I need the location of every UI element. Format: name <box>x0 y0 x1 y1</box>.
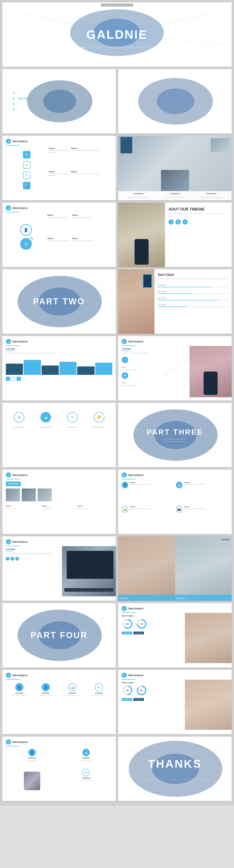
side-photo <box>185 613 232 663</box>
phone-device <box>134 239 149 265</box>
data-title: Data Analysic <box>12 674 28 677</box>
mini-icon: ■ <box>11 377 16 381</box>
data-title: Data Analysic <box>12 340 28 343</box>
options-2x2: 👤 Options Lorem ipsum dolor sit amet con… <box>118 479 232 531</box>
svg-point-11 <box>43 90 76 113</box>
dart-desc: Lorem ipsum dolor sit amet consectetur a… <box>158 278 228 280</box>
circle: 🔑 <box>94 412 104 423</box>
slide-customer-circles: ◎ Data Analysic 👤 Customer Lorem ipsum d… <box>2 670 116 734</box>
donut-content: Data Analysic 60% <box>118 613 185 663</box>
cust-label: Customer <box>28 757 36 759</box>
bar-label: Web Analysic <box>158 297 166 299</box>
customer-card: 👤 Customer Lorem ipsum dolor sit amet <box>36 683 55 696</box>
bar-track <box>158 287 228 287</box>
circle-item: 🔑 Customer Lorem ipsum dolor sit <box>94 412 105 428</box>
list-item: 1 Part One <box>13 91 29 95</box>
content-layout: Left Image Lorem ipsum dolor sit amet co… <box>118 346 232 397</box>
data-title: Data Analysic <box>12 140 28 143</box>
customer-name: Customer <box>69 692 76 694</box>
part-one-title: PART ONE <box>153 97 197 106</box>
slide-devices: Customers Lorem ipsum dolor sit amet con… <box>118 136 232 200</box>
bar <box>42 366 59 375</box>
bar-fill <box>158 287 211 287</box>
dart-bars: Web Analysic Web Analysic Web Analysic <box>158 282 228 307</box>
customers-bar: Customers Lorem ipsum dolor sit amet con… <box>118 191 232 200</box>
phone-overlay <box>204 372 217 395</box>
option-item: Options Lorem ipsum dolor sit amet conse… <box>71 171 112 193</box>
data-header: ◎ Data Analysic <box>2 136 116 145</box>
dart-bar-item: Web Analysic <box>158 289 228 294</box>
timeline-icon: ✓ <box>168 219 174 224</box>
photo-row <box>6 489 112 501</box>
customer-label: Customers <box>165 192 185 195</box>
circle-label: Customer <box>16 424 23 425</box>
part-three-desc: Lorem ipsum dolor sit amet consecteturad… <box>147 438 203 442</box>
dart-content: Dart Chart Lorem ipsum dolor sit amet co… <box>154 269 232 334</box>
bar-chart <box>6 356 112 375</box>
donut-2: 75% <box>136 618 148 630</box>
data-icon: ◎ <box>122 339 127 344</box>
options-right: + Options Lorem ipsum dolor sit amet ★ O… <box>122 356 187 386</box>
option-label: Options <box>71 171 112 173</box>
dart-phone <box>143 274 152 288</box>
bar <box>77 366 94 375</box>
dot <box>6 557 9 561</box>
left-image-right: Left Image <box>221 539 229 540</box>
fashion-photo <box>185 680 232 730</box>
option-label: Options <box>71 148 112 149</box>
donut: 50% <box>122 685 133 696</box>
icon-box-2: 🔍 <box>23 182 30 189</box>
opt-label: Options <box>130 506 151 507</box>
slide-thanks: THANKS welcome to our creative business … <box>118 737 232 801</box>
slide-part-four: PART FOUR <box>2 603 116 668</box>
data-header: ◎ Data Analysic <box>118 670 232 679</box>
data-icon: ◎ <box>122 606 127 611</box>
part-four-title: PART FOUR <box>31 630 87 640</box>
slide-data-fashion: ◎ Data Analysic Data Analysic 50% <box>118 670 232 734</box>
device-screen <box>161 170 189 191</box>
customer-btn: Customers <box>122 631 132 634</box>
opt-desc: Lorem ipsum dolor sit amet consectetur <box>184 508 205 509</box>
slide-two-photos: Customers Customers Left Image <box>118 536 232 601</box>
option-item: 👤 Options Lorem ipsum dolor sit amet con… <box>122 482 174 504</box>
data-title: Data Analysic <box>12 741 28 743</box>
circle-text: Lorem ipsum dolor sit <box>14 426 25 428</box>
option-text: Lorem ipsum dolor sit amet consectetur a… <box>49 173 70 177</box>
slide-contents: AMALE 1 Part One 2 Part Two 3 Part Three… <box>2 69 116 133</box>
list-item: 4 Part Four <box>13 108 29 112</box>
option-item: ☁ Options Lorem ipsum dolor sit amet con… <box>176 482 228 504</box>
timeline-content: AOUT OUR TIMEINE Lorem ipsum dolor sit a… <box>165 203 232 267</box>
option-text: Lorem ipsum dolor sit amet consectetur a… <box>71 173 112 175</box>
desc-text: Lorem ipsum dolor sit amet consectetur a… <box>6 352 112 354</box>
option-text-2: Lorem ipsum dolor sit amet <box>122 385 187 386</box>
timeline-icon: ★ <box>176 219 181 224</box>
small-photo-2 <box>22 489 36 501</box>
data-header: ◎ Data Analysic <box>2 670 116 679</box>
customer-desc: Lorem ipsum dolor sit amet <box>65 695 79 696</box>
slide-dart-data: ◎ Data Analysic Dart Chart Options Lorem… <box>2 470 116 534</box>
laptop-screen <box>67 551 113 579</box>
dot <box>15 557 19 561</box>
circle-label: Customer <box>96 424 103 425</box>
icon-box-outline-2: ✎ <box>23 172 30 179</box>
customer-label: Customers <box>201 192 222 195</box>
option-label: Options <box>49 171 70 173</box>
cust-desc: Lorem ipsum dolor <box>81 760 91 761</box>
donut: 86% <box>136 685 148 696</box>
option-col: Options Lorem ipsum dolor <box>42 503 76 509</box>
option-item: Options Lorem ipsum dolor sit amet conse… <box>48 238 71 260</box>
desc: Lorem ipsum dolor sit amet consectetur a… <box>6 553 60 555</box>
icon-box: ✉ <box>23 151 30 158</box>
opt-label: Options <box>184 482 205 483</box>
slide-dart-chart: Dart Chart Lorem ipsum dolor sit amet co… <box>118 269 232 334</box>
mini-icon: ♦ <box>6 377 10 381</box>
hero-title: GALDNIE <box>86 28 148 41</box>
option-text: Lorem ipsum dolor sit amet <box>122 369 187 370</box>
layout: Data Analysic 50% <box>118 680 232 730</box>
option-label: Options <box>122 366 127 368</box>
photo-1: Customers <box>118 536 175 601</box>
opt-desc: Lorem ipsum dolor sit amet consectetur <box>184 484 205 485</box>
donut-layout: Data Analysic 60% <box>118 613 232 663</box>
timeine-content: AOUT OUR TIMEINE ⊕ Customer Lorem ipsum … <box>2 403 116 431</box>
part-three-content: PART THREE Lorem ipsum dolor sit amet co… <box>147 428 203 442</box>
